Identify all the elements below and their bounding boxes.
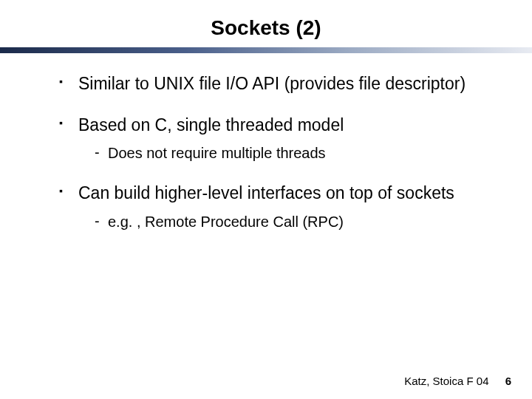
bullet-item: Can build higher-level interfaces on top… bbox=[59, 183, 488, 231]
body: Similar to UNIX file I/O API (provides f… bbox=[0, 53, 532, 231]
title-wrap: Sockets (2) bbox=[0, 0, 532, 46]
sub-bullet-text: Does not require multiple threads bbox=[108, 145, 326, 161]
page-number: 6 bbox=[505, 375, 511, 387]
bullet-text: Similar to UNIX file I/O API (provides f… bbox=[78, 74, 488, 95]
sub-bullet-item: e.g. , Remote Procedure Call (RPC) bbox=[95, 213, 488, 231]
footer-credit: Katz, Stoica F 04 bbox=[404, 375, 488, 387]
sub-bullet-item: Does not require multiple threads bbox=[95, 144, 488, 163]
footer: Katz, Stoica F 04 6 bbox=[404, 375, 511, 387]
bullet-item: Similar to UNIX file I/O API (provides f… bbox=[59, 74, 488, 95]
sub-bullet-list: e.g. , Remote Procedure Call (RPC) bbox=[78, 213, 488, 231]
bullet-item: Based on C, single threaded model Does n… bbox=[59, 115, 488, 163]
bullet-list: Similar to UNIX file I/O API (provides f… bbox=[59, 74, 488, 231]
slide-title: Sockets (2) bbox=[0, 16, 532, 40]
sub-bullet-text: e.g. , Remote Procedure Call (RPC) bbox=[108, 214, 344, 230]
slide: Sockets (2) Similar to UNIX file I/O API… bbox=[0, 0, 532, 399]
bullet-text: Can build higher-level interfaces on top… bbox=[78, 183, 488, 204]
bullet-text: Based on C, single threaded model bbox=[78, 115, 488, 136]
sub-bullet-list: Does not require multiple threads bbox=[78, 144, 488, 163]
divider-bar bbox=[0, 47, 532, 53]
